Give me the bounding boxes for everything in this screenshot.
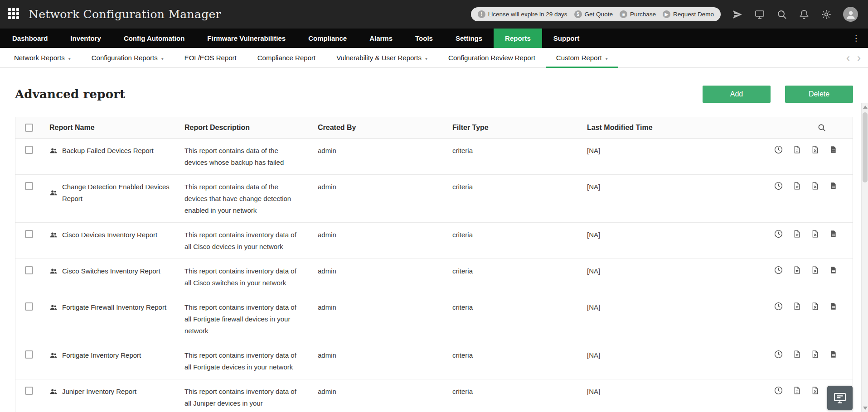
nav-item-tools[interactable]: Tools [404, 29, 444, 48]
table-row[interactable]: Backup Failed Devices Report This report… [15, 139, 853, 175]
get-quote-link[interactable]: $ Get Quote [574, 10, 613, 18]
excel-export-icon[interactable] [811, 302, 820, 311]
scroll-up-arrow[interactable] [863, 105, 868, 109]
user-avatar[interactable] [843, 7, 858, 22]
license-status[interactable]: ! License will expire in 29 days [478, 10, 567, 18]
delete-button[interactable]: Delete [785, 86, 853, 103]
csv-export-icon[interactable] [829, 302, 838, 311]
excel-export-icon[interactable] [811, 182, 820, 190]
excel-export-icon[interactable] [811, 386, 820, 395]
column-header-report-name[interactable]: Report Name [44, 122, 179, 134]
csv-export-icon[interactable] [829, 145, 838, 154]
nav-item-settings[interactable]: Settings [444, 29, 494, 48]
csv-export-icon[interactable] [829, 350, 838, 359]
pdf-export-icon[interactable] [793, 350, 801, 359]
report-name-link[interactable]: Cisco Switches Inventory Report [62, 265, 160, 277]
pdf-export-icon[interactable] [793, 230, 801, 238]
group-icon [49, 351, 58, 359]
subnav-item-configuration-review-report[interactable]: Configuration Review Report [438, 48, 546, 67]
report-name-link[interactable]: Juniper Inventory Report [62, 386, 136, 398]
select-all-checkbox[interactable] [25, 124, 33, 132]
nav-item-reports[interactable]: Reports [494, 29, 542, 48]
table-row[interactable]: Change Detection Enabled Devices Report … [15, 175, 853, 223]
nav-item-alarms[interactable]: Alarms [358, 29, 404, 48]
report-name-link[interactable]: Fortigate Inventory Report [62, 350, 141, 361]
subnav-item-compliance-report[interactable]: Compliance Report [247, 48, 326, 67]
csv-export-icon[interactable] [829, 182, 838, 190]
pdf-export-icon[interactable] [793, 302, 801, 311]
clock-icon[interactable] [774, 145, 783, 154]
nav-item-compliance[interactable]: Compliance [297, 29, 358, 48]
column-header-created-by[interactable]: Created By [312, 122, 446, 134]
clock-icon[interactable] [774, 302, 783, 311]
report-name-link[interactable]: Cisco Devices Inventory Report [62, 229, 157, 241]
csv-export-icon[interactable] [829, 230, 838, 238]
chevron-down-icon: ▾ [425, 56, 427, 61]
clock-icon[interactable] [774, 229, 783, 239]
search-icon[interactable] [776, 9, 787, 20]
csv-export-icon[interactable] [829, 266, 838, 274]
reports-table: Report Name Report Description Created B… [15, 117, 853, 412]
table-search-icon[interactable] [817, 123, 826, 132]
clock-icon[interactable] [774, 350, 783, 359]
support-widget-button[interactable] [827, 386, 853, 410]
filter-type: criteria [446, 386, 581, 398]
subnav-item-label: Configuration Review Report [448, 54, 535, 62]
nav-item-config-automation[interactable]: Config Automation [112, 29, 196, 48]
subnav-item-custom-report[interactable]: Custom Report ▾ [546, 48, 618, 67]
purchase-link[interactable]: ■ Purchase [620, 10, 656, 18]
chevron-left-icon[interactable]: ‹ [846, 53, 850, 63]
clock-icon[interactable] [774, 181, 783, 191]
table-row[interactable]: Fortigate Inventory Report This report c… [15, 343, 853, 379]
clock-icon[interactable] [774, 265, 783, 275]
report-name-link[interactable]: Change Detection Enabled Devices Report [62, 181, 170, 205]
created-by: admin [312, 229, 446, 241]
add-button[interactable]: Add [703, 86, 771, 103]
send-icon[interactable] [732, 9, 743, 20]
created-by: admin [312, 145, 446, 157]
column-header-last-modified-time[interactable]: Last Modified Time [581, 122, 717, 134]
table-row[interactable]: Juniper Inventory Report This report con… [15, 379, 853, 412]
excel-export-icon[interactable] [811, 145, 820, 154]
excel-export-icon[interactable] [811, 350, 820, 359]
gear-icon[interactable] [821, 9, 832, 20]
scrollbar-thumb[interactable] [863, 112, 868, 182]
chevron-right-icon[interactable]: › [857, 53, 861, 63]
excel-export-icon[interactable] [811, 266, 820, 274]
nav-item-firmware-vulnerabilities[interactable]: Firmware Vulnerabilities [196, 29, 297, 48]
presentation-icon[interactable] [754, 9, 765, 20]
report-name-link[interactable]: Fortigate Firewall Inventory Report [62, 302, 166, 313]
overflow-menu-icon[interactable]: ⋮ [844, 29, 868, 48]
subnav-item-vulnerability-user-reports[interactable]: Vulnerability & User Reports ▾ [326, 48, 438, 67]
app-grid-icon[interactable] [8, 8, 20, 20]
excel-export-icon[interactable] [811, 230, 820, 238]
pdf-export-icon[interactable] [793, 145, 801, 154]
row-checkbox[interactable] [25, 387, 33, 395]
vertical-scrollbar[interactable] [861, 103, 868, 412]
pdf-export-icon[interactable] [793, 182, 801, 190]
table-row[interactable]: Fortigate Firewall Inventory Report This… [15, 295, 853, 343]
subnav-item-network-reports[interactable]: Network Reports ▾ [4, 48, 81, 67]
row-checkbox[interactable] [25, 266, 33, 274]
table-row[interactable]: Cisco Switches Inventory Report This rep… [15, 259, 853, 295]
bell-icon[interactable] [799, 9, 810, 20]
nav-item-dashboard[interactable]: Dashboard [1, 29, 59, 48]
nav-item-support[interactable]: Support [542, 29, 591, 48]
row-checkbox[interactable] [25, 302, 33, 311]
row-checkbox[interactable] [25, 230, 33, 238]
subnav-item-eol-eos-report[interactable]: EOL/EOS Report [174, 48, 247, 67]
nav-item-inventory[interactable]: Inventory [59, 29, 112, 48]
pdf-export-icon[interactable] [793, 266, 801, 274]
row-checkbox[interactable] [25, 146, 33, 154]
report-name-link[interactable]: Backup Failed Devices Report [62, 145, 154, 157]
scroll-down-arrow[interactable] [863, 407, 868, 410]
column-header-filter-type[interactable]: Filter Type [446, 122, 581, 134]
pdf-export-icon[interactable] [793, 386, 801, 395]
table-row[interactable]: Cisco Devices Inventory Report This repo… [15, 223, 853, 259]
subnav-item-configuration-reports[interactable]: Configuration Reports ▾ [81, 48, 174, 67]
column-header-report-description[interactable]: Report Description [179, 122, 312, 134]
clock-icon[interactable] [774, 386, 783, 395]
request-demo-link[interactable]: ▶ Request Demo [663, 10, 714, 18]
row-checkbox[interactable] [25, 350, 33, 359]
row-checkbox[interactable] [25, 182, 33, 190]
